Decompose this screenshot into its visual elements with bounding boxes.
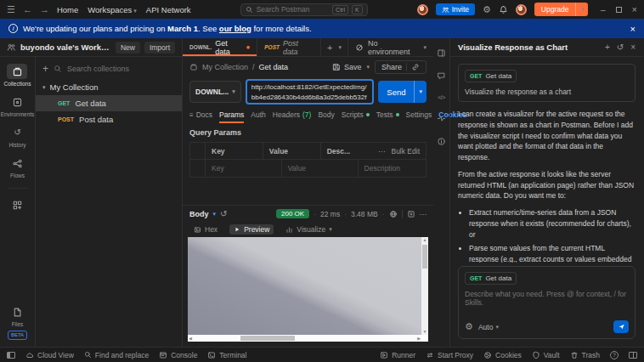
workspace-name[interactable]: buyondo vale's Workspace [20,42,111,52]
scrollbar-thumb[interactable] [240,336,295,341]
info-icon[interactable] [437,137,446,146]
terminal-button[interactable]: Terminal [207,351,246,359]
history-icon[interactable]: ↺ [617,42,624,52]
tab-preview[interactable]: Preview [229,224,274,235]
tab-visualize[interactable]: Visualize ▾ [281,224,336,235]
response-history-icon[interactable]: ↺ [220,210,227,218]
key-input[interactable]: Key [206,160,282,177]
nav-home[interactable]: Home [57,5,78,14]
cloud-view-button[interactable]: Cloud View [25,351,74,359]
bell-icon[interactable] [499,5,508,14]
start-proxy-button[interactable]: Start Proxy [426,351,473,359]
more-icon[interactable]: ⋯ [420,210,427,218]
more-icon[interactable]: ⋯ [378,147,386,156]
nav-api-network[interactable]: API Network [146,5,191,14]
tab-body[interactable]: Body [318,106,334,123]
nav-workspaces[interactable]: Workspaces▾ [88,5,137,14]
scroll-down-arrow[interactable]: ▼ [422,329,428,335]
request-item-post-data[interactable]: POST Post data [36,111,182,127]
sidebar-toggle-icon[interactable] [7,352,15,359]
breadcrumb-collection[interactable]: My Collection [202,63,248,71]
description-input[interactable]: Description [359,160,426,177]
configure-modules-button[interactable] [8,197,28,212]
cookies-button[interactable]: Cookies [483,351,522,359]
globe-icon[interactable] [389,210,398,218]
vault-button[interactable]: Vault [532,351,560,359]
maximize-button[interactable] [616,7,622,13]
send-prompt-button[interactable] [613,320,629,333]
new-chat-icon[interactable]: + [605,42,610,52]
invite-button[interactable]: Invite [436,3,475,15]
scroll-right-arrow[interactable]: ▶ [416,336,421,342]
tab-settings[interactable]: Settings [406,106,432,123]
tab-auth[interactable]: Auth [251,106,266,123]
help-icon[interactable]: ? [610,351,619,359]
find-replace-button[interactable]: Find and replace [84,351,149,359]
tab-docs[interactable]: ≡ Docs [189,106,212,123]
sidebar-item-collections[interactable]: Collections [4,64,31,87]
value-input[interactable]: Value [282,160,359,177]
code-icon[interactable]: </> [438,94,445,100]
save-options-chevron-icon[interactable]: ▾ [366,64,370,71]
vertical-scrollbar[interactable]: ▲ ▼ [421,237,428,335]
avatar[interactable] [417,4,428,15]
tab-tests[interactable]: Tests [376,106,399,123]
mode-selector[interactable]: Auto ▾ [478,323,499,331]
caret-down-icon[interactable]: ▾ [42,84,46,91]
split-panel-icon[interactable] [629,352,637,359]
minimize-button[interactable]: – [601,5,606,14]
tab-hex[interactable]: Hex [189,224,222,235]
console-button[interactable]: Console [159,351,197,359]
gear-icon[interactable]: ⚙ [483,5,491,14]
tab-scripts[interactable]: Scripts [342,106,370,123]
url-input[interactable]: http://localhost:8182/GetExpectedImg/bb4… [246,79,375,105]
tab-get-data[interactable]: DOWNL. Get data ● [183,38,257,56]
global-search[interactable]: Ctrl K [240,3,368,16]
bulk-edit-link[interactable]: Bulk Edit [391,147,420,156]
avatar[interactable] [516,4,527,15]
sidebar-item-history[interactable]: ↺ History [8,125,28,148]
collection-node[interactable]: ▾ My Collection [36,79,182,95]
import-button[interactable]: Import [144,42,175,54]
search-input[interactable] [257,5,329,14]
documentation-icon[interactable] [437,48,446,58]
runner-button[interactable]: Runner [380,351,415,359]
tab-params[interactable]: Params [219,106,244,123]
forward-icon[interactable]: → [40,5,49,14]
blog-link[interactable]: our blog [219,24,251,33]
banner-close-icon[interactable]: × [630,24,636,34]
chevron-down-icon[interactable]: ▾ [576,3,588,15]
scroll-left-arrow[interactable]: ◀ [188,336,193,342]
send-options-chevron-icon[interactable]: ▾ [415,88,427,95]
tab-headers[interactable]: Headers (7) [273,106,312,123]
response-time[interactable]: 22 ms [320,210,340,218]
collections-search-input[interactable] [67,65,175,73]
scrollbar-thumb[interactable] [422,245,427,269]
new-button[interactable]: New [116,42,140,54]
request-item-get-data[interactable]: GET Get data [36,95,182,111]
save-button[interactable]: Save [332,63,362,71]
request-context-chip[interactable]: GET Get data [465,70,517,82]
trash-button[interactable]: Trash [570,351,600,359]
status-badge[interactable]: 200 OK [276,209,309,218]
settings-gear-icon[interactable]: ⚙ [465,322,473,331]
pulse-icon[interactable] [437,114,446,123]
add-collection-icon[interactable]: + [42,63,48,75]
sidebar-item-environments[interactable]: Environments [1,94,35,117]
menu-icon[interactable]: ☰ [7,5,15,14]
sidebar-item-files[interactable]: Files [8,304,28,327]
postbot-input-card[interactable]: GET Get data Describe what you need. Pre… [458,266,636,339]
prompt-placeholder[interactable]: Describe what you need. Press @ for cont… [465,290,629,307]
save-response-icon[interactable] [407,210,415,218]
request-context-chip[interactable]: GET Get data [465,272,517,285]
scroll-up-arrow[interactable]: ▲ [422,237,428,243]
response-body-dropdown[interactable]: Body [189,210,209,218]
environment-selector[interactable]: No environment ▾ [347,38,433,56]
method-dropdown[interactable]: DOWNL... ▾ [189,81,241,103]
horizontal-scrollbar[interactable]: ◀ ▶ [188,335,421,342]
tab-post-data[interactable]: POST Post data [257,38,321,56]
tab-list-chevron-icon[interactable]: ▾ [338,44,342,51]
send-button[interactable]: Send ▾ [378,81,427,103]
close-window-button[interactable]: × [632,4,637,14]
back-icon[interactable]: ← [23,5,32,14]
